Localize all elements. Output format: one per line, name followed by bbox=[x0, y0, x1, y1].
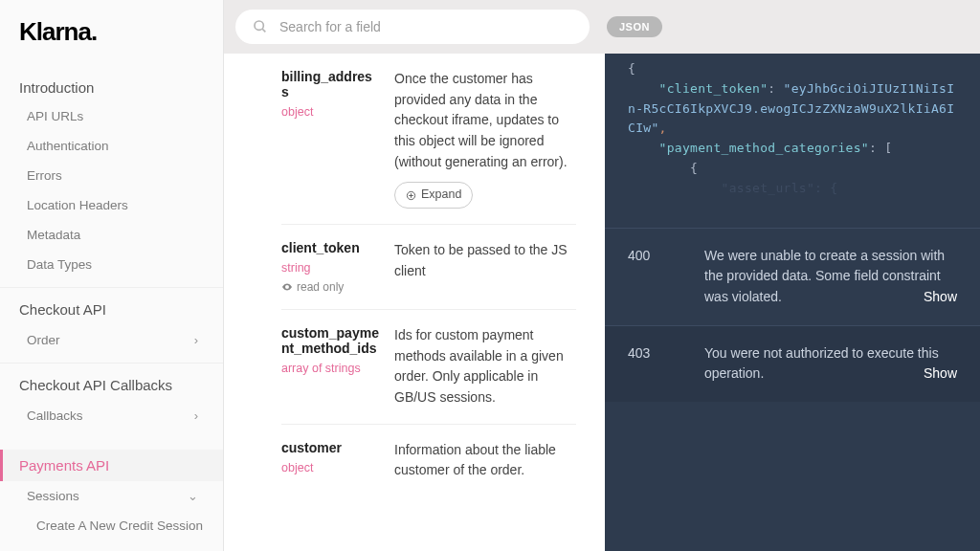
sidebar-item-authentication[interactable]: Authentication bbox=[0, 131, 223, 161]
field-readonly: read only bbox=[281, 280, 379, 294]
chevron-right-icon: › bbox=[194, 333, 204, 347]
field-name: client_token bbox=[281, 240, 379, 255]
status-row: 400 We were unable to create a session w… bbox=[605, 228, 980, 325]
field-type: string bbox=[281, 261, 379, 275]
sidebar-item-errors[interactable]: Errors bbox=[0, 161, 223, 190]
field-row: billing_address object Once the customer… bbox=[281, 54, 576, 225]
field-description: Token to be passed to the JS client bbox=[394, 240, 576, 294]
show-link[interactable]: Show bbox=[924, 287, 957, 308]
sidebar-item-label: Sessions bbox=[27, 489, 79, 503]
field-type: array of strings bbox=[281, 362, 379, 375]
chevron-right-icon: › bbox=[194, 408, 204, 423]
sidebar-category-checkout-callbacks[interactable]: Checkout API Callbacks bbox=[0, 363, 223, 401]
show-link[interactable]: Show bbox=[924, 364, 957, 385]
topbar: JSON bbox=[224, 0, 980, 54]
field-description: Information about the liable customer of… bbox=[394, 440, 576, 481]
sidebar-item-label: Order bbox=[27, 333, 60, 347]
sidebar-item-data-types[interactable]: Data Types bbox=[0, 250, 223, 279]
field-description: Once the customer has provided any data … bbox=[394, 71, 568, 169]
svg-point-0 bbox=[255, 21, 263, 30]
chevron-down-icon: ⌄ bbox=[188, 489, 204, 503]
search-input-wrapper[interactable] bbox=[235, 10, 590, 44]
field-row: client_token string read only Token to b… bbox=[281, 225, 576, 310]
expand-icon bbox=[406, 190, 416, 201]
json-button[interactable]: JSON bbox=[607, 16, 662, 37]
field-type: object bbox=[281, 105, 379, 119]
field-name: custom_payment_method_ids bbox=[281, 325, 379, 356]
sidebar-item-label: Callbacks bbox=[27, 408, 83, 423]
sidebar-item-order[interactable]: Order › bbox=[0, 325, 223, 355]
brand-logo: Klarna. bbox=[0, 17, 223, 74]
field-row: customer object Information about the li… bbox=[281, 425, 576, 496]
sidebar-item-create-session[interactable]: Create A New Credit Session bbox=[0, 511, 223, 540]
field-name: customer bbox=[281, 440, 379, 455]
field-description: Ids for custom payment methods available… bbox=[394, 325, 576, 408]
sidebar-category-checkout-api[interactable]: Checkout API bbox=[0, 287, 223, 325]
field-type: object bbox=[281, 461, 379, 474]
search-input[interactable] bbox=[279, 19, 572, 34]
status-message: You were not authorized to execute this … bbox=[704, 345, 939, 382]
field-name: billing_address bbox=[281, 69, 379, 99]
expand-label: Expand bbox=[421, 186, 461, 204]
main-content: billing_address object Once the customer… bbox=[224, 0, 980, 551]
sidebar: Klarna. Introduction API URLs Authentica… bbox=[0, 0, 224, 551]
svg-line-1 bbox=[262, 29, 265, 32]
sidebar-section-introduction[interactable]: Introduction bbox=[0, 74, 223, 101]
status-message: We were unable to create a session with … bbox=[704, 248, 945, 304]
status-code: 400 bbox=[628, 246, 676, 308]
expand-button[interactable]: Expand bbox=[394, 182, 473, 208]
status-code: 403 bbox=[628, 343, 676, 385]
sidebar-item-location-headers[interactable]: Location Headers bbox=[0, 190, 223, 220]
status-row: 403 You were not authorized to execute t… bbox=[605, 325, 980, 402]
example-column: { "client_token": "eyJhbGciOiJIUzI1NiIsI… bbox=[605, 54, 980, 551]
sidebar-item-callbacks[interactable]: Callbacks › bbox=[0, 401, 223, 430]
field-row: custom_payment_method_ids array of strin… bbox=[281, 310, 576, 425]
fields-column: billing_address object Once the customer… bbox=[224, 54, 605, 551]
eye-icon bbox=[281, 281, 293, 293]
sidebar-item-api-urls[interactable]: API URLs bbox=[0, 101, 223, 131]
sidebar-item-sessions[interactable]: Sessions ⌄ bbox=[0, 481, 223, 511]
search-icon bbox=[253, 19, 268, 34]
code-sample: { "client_token": "eyJhbGciOiJIUzI1NiIsI… bbox=[605, 54, 980, 228]
sidebar-category-payments-api[interactable]: Payments API bbox=[0, 450, 223, 481]
sidebar-item-metadata[interactable]: Metadata bbox=[0, 220, 223, 250]
